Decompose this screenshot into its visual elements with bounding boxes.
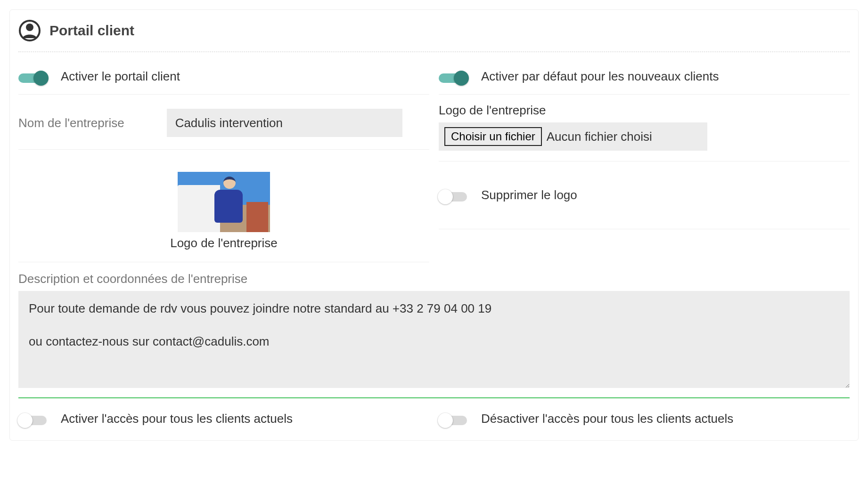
enable-all-row: Activer l'accès pour tous les clients ac… xyxy=(18,411,429,426)
delete-logo-toggle[interactable] xyxy=(439,190,467,201)
disable-all-toggle[interactable] xyxy=(439,413,467,425)
description-block: Description et coordonnées de l'entrepri… xyxy=(18,272,850,390)
file-status-text: Aucun fichier choisi xyxy=(547,129,652,144)
description-textarea[interactable] xyxy=(18,291,850,388)
choose-file-button[interactable]: Choisir un fichier xyxy=(444,127,542,146)
enable-portal-label: Activer le portail client xyxy=(61,69,180,84)
panel-header: Portail client xyxy=(18,19,850,52)
panel-title: Portail client xyxy=(49,23,134,39)
enable-portal-row: Activer le portail client xyxy=(18,65,429,95)
logo-upload-block: Logo de l'entreprise Choisir un fichier … xyxy=(439,103,850,161)
preview-delete-row: Logo de l'entreprise Supprimer le logo xyxy=(18,161,850,262)
company-name-input[interactable] xyxy=(167,109,402,137)
client-portal-panel: Portail client Activer le portail client… xyxy=(9,9,859,441)
company-name-label: Nom de l'entreprise xyxy=(18,116,124,130)
bottom-toggles: Activer l'accès pour tous les clients ac… xyxy=(18,411,850,426)
svg-point-1 xyxy=(26,24,33,31)
section-divider xyxy=(18,397,850,398)
enable-portal-toggle[interactable] xyxy=(18,71,47,82)
enable-all-toggle[interactable] xyxy=(18,413,47,425)
enable-all-label: Activer l'accès pour tous les clients ac… xyxy=(61,411,293,426)
disable-all-label: Désactiver l'accès pour tous les clients… xyxy=(481,411,733,426)
logo-file-picker[interactable]: Choisir un fichier Aucun fichier choisi xyxy=(439,122,707,151)
description-label: Description et coordonnées de l'entrepri… xyxy=(18,272,850,286)
logo-preview-block: Logo de l'entreprise xyxy=(18,161,429,262)
delete-logo-row: Supprimer le logo xyxy=(439,161,850,229)
top-toggles: Activer le portail client Activer par dé… xyxy=(18,65,850,103)
delete-logo-label: Supprimer le logo xyxy=(481,188,577,202)
disable-all-row: Désactiver l'accès pour tous les clients… xyxy=(439,411,850,426)
user-circle-icon xyxy=(18,19,41,42)
default-new-clients-toggle[interactable] xyxy=(439,71,467,82)
default-new-clients-row: Activer par défaut pour les nouveaux cli… xyxy=(439,65,850,95)
logo-upload-label: Logo de l'entreprise xyxy=(439,103,850,118)
name-logo-row: Nom de l'entreprise Logo de l'entreprise… xyxy=(18,103,850,161)
company-name-row: Nom de l'entreprise xyxy=(18,103,429,150)
logo-preview-image xyxy=(178,172,270,232)
default-new-clients-label: Activer par défaut pour les nouveaux cli… xyxy=(481,69,719,84)
logo-preview-caption: Logo de l'entreprise xyxy=(170,236,278,250)
